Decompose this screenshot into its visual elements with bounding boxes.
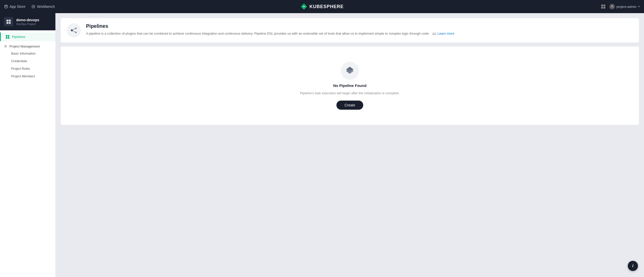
svg-line-9 bbox=[73, 29, 75, 30]
gear-icon: ⚙ bbox=[4, 44, 7, 48]
topnav-right: project-admin bbox=[601, 4, 640, 9]
sidebar-item-project-roles[interactable]: Project Roles bbox=[0, 65, 55, 73]
sidebar-navigation: Pipelines ⚙ Project Management Basic Inf… bbox=[0, 30, 55, 82]
brand-name: KUBESPHERE bbox=[309, 4, 344, 9]
sidebar-item-pipelines[interactable]: Pipelines bbox=[0, 32, 55, 41]
user-avatar bbox=[609, 4, 615, 9]
pipelines-icon bbox=[6, 35, 9, 39]
book-icon: 📖 bbox=[432, 31, 436, 36]
pipelines-info-card: Pipelines A pipeline is a collection of … bbox=[61, 18, 639, 42]
sidebar: demo-devops DevOps Project Pipelines ⚙ P… bbox=[0, 13, 56, 277]
empty-title: No Pipeline Found bbox=[333, 83, 367, 88]
grid-icon[interactable] bbox=[601, 5, 605, 9]
workbench-nav-item[interactable]: Workbench bbox=[31, 5, 55, 9]
appstore-nav-item[interactable]: App Store bbox=[4, 5, 25, 9]
top-navigation: App Store Workbench KUBESPHERE bbox=[0, 0, 644, 13]
appstore-label: App Store bbox=[10, 5, 25, 9]
chevron-down-icon bbox=[638, 6, 640, 7]
sidebar-item-project-members[interactable]: Project Members bbox=[0, 73, 55, 80]
empty-icon-wrap bbox=[341, 62, 359, 80]
appstore-icon bbox=[4, 5, 8, 9]
topnav-left: App Store Workbench bbox=[4, 5, 55, 9]
main-layout: demo-devops DevOps Project Pipelines ⚙ P… bbox=[0, 13, 644, 277]
empty-state-card: No Pipeline Found Pipeline's task execut… bbox=[61, 47, 639, 125]
empty-subtitle: Pipeline's task execution will begin aft… bbox=[300, 91, 400, 95]
workbench-icon bbox=[31, 5, 35, 9]
user-menu[interactable]: project-admin bbox=[609, 4, 640, 9]
project-management-label: Project Management bbox=[9, 44, 40, 48]
project-type: DevOps Project bbox=[16, 22, 39, 26]
project-roles-label: Project Roles bbox=[11, 67, 30, 71]
project-header: demo-devops DevOps Project bbox=[0, 13, 55, 30]
basic-info-label: Basic Information bbox=[11, 52, 36, 55]
help-fab[interactable]: i bbox=[628, 261, 638, 271]
pipeline-icon-wrap bbox=[67, 23, 81, 37]
project-info: demo-devops DevOps Project bbox=[16, 18, 39, 26]
svg-point-8 bbox=[75, 32, 77, 33]
svg-point-7 bbox=[75, 28, 77, 29]
svg-point-1 bbox=[33, 6, 34, 7]
pipelines-title: Pipelines bbox=[86, 23, 454, 29]
topnav-brand: KUBESPHERE bbox=[300, 3, 344, 10]
pipelines-label: Pipelines bbox=[12, 35, 25, 39]
svg-line-10 bbox=[73, 31, 75, 32]
learn-more-link[interactable]: 📖 Learn more bbox=[432, 31, 454, 36]
credentials-label: Credentials bbox=[11, 59, 27, 63]
workbench-label: Workbench bbox=[37, 5, 55, 9]
main-content: Pipelines A pipeline is a collection of … bbox=[56, 13, 644, 277]
create-pipeline-button[interactable]: Create bbox=[336, 101, 363, 110]
project-name: demo-devops bbox=[16, 18, 39, 22]
sidebar-item-credentials[interactable]: Credentials bbox=[0, 57, 55, 65]
sidebar-item-basic-info[interactable]: Basic Information bbox=[0, 50, 55, 57]
pipelines-info-text: Pipelines A pipeline is a collection of … bbox=[86, 23, 454, 36]
help-icon: i bbox=[632, 264, 633, 268]
svg-point-6 bbox=[71, 29, 73, 31]
pipelines-description: A pipeline is a collection of plugins th… bbox=[86, 31, 454, 36]
project-icon bbox=[4, 17, 13, 26]
project-management-section: ⚙ Project Management bbox=[0, 41, 55, 50]
project-members-label: Project Members bbox=[11, 75, 35, 78]
username-label: project-admin bbox=[616, 5, 636, 9]
